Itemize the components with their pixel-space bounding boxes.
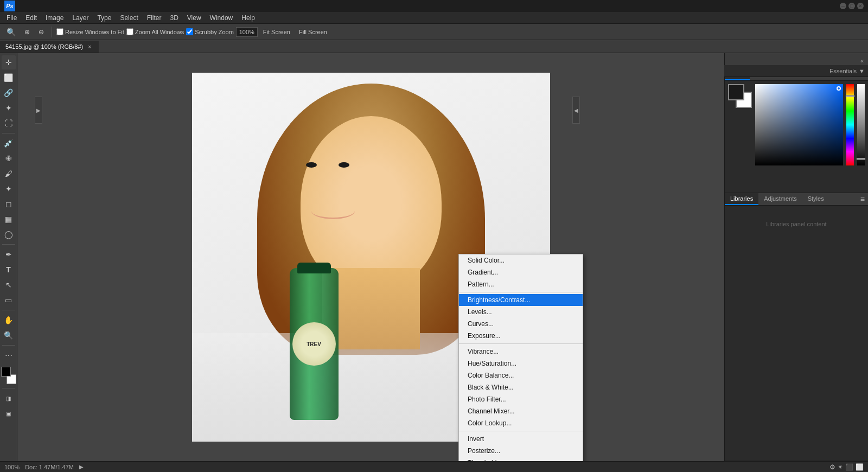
zoom-all-windows-input[interactable] (126, 28, 133, 35)
minimize-button[interactable]: ─ (840, 3, 846, 9)
zoom-tool[interactable]: 🔍 (2, 328, 16, 342)
fill-screen-button[interactable]: Fill Screen (296, 27, 330, 37)
menu-window[interactable]: Window (206, 13, 238, 23)
pen-tool[interactable]: ✒ (2, 247, 16, 261)
essentials-dropdown-icon[interactable]: ▼ (859, 68, 865, 74)
lt-sep-3 (2, 310, 15, 310)
menu-file[interactable]: File (2, 13, 21, 23)
hand-tool[interactable]: ✋ (2, 313, 16, 327)
collapse-left-panel[interactable]: ▶ (35, 97, 42, 124)
menu-black-white[interactable]: Black & White... (459, 381, 583, 393)
shape-tool[interactable]: ▭ (2, 293, 16, 307)
more-tools[interactable]: ⋯ (2, 348, 16, 362)
status-icon-1[interactable]: ⚙ (829, 463, 835, 471)
screen-mode-button[interactable]: ▣ (2, 406, 16, 420)
zoom-out-icon[interactable]: ⊖ (35, 27, 47, 37)
move-tool[interactable]: ✛ (2, 55, 16, 69)
title-bar-controls: ─ □ ✕ (840, 3, 864, 9)
menu-exposure[interactable]: Exposure... (459, 330, 583, 342)
title-bar: Ps ─ □ ✕ (0, 0, 868, 12)
color-gradient-main (755, 84, 843, 165)
text-tool[interactable]: T (2, 263, 16, 277)
fg-color-swatch[interactable] (728, 84, 744, 100)
maximize-button[interactable]: □ (848, 3, 855, 9)
libraries-panel: Libraries Adjustments Styles ≡ Libraries… (725, 193, 868, 461)
quick-mask-button[interactable]: ◨ (2, 391, 16, 405)
menu-image[interactable]: Image (41, 13, 68, 23)
color-gradient-picker[interactable] (755, 84, 843, 165)
menu-type[interactable]: Type (93, 13, 116, 23)
menu-bar: File Edit Image Layer Type Select Filter… (0, 12, 868, 24)
gradient-tool[interactable]: ▦ (2, 212, 16, 226)
zoom-in-button[interactable]: 🔍 (3, 26, 19, 38)
menu-filter[interactable]: Filter (143, 13, 166, 23)
menu-invert[interactable]: Invert (459, 433, 583, 445)
fit-screen-button[interactable]: Fit Screen (260, 27, 293, 37)
menu-help[interactable]: Help (237, 13, 259, 23)
libraries-tab-group: Libraries Adjustments Styles (725, 193, 829, 205)
doc-info: Doc: 1.47M/1.47M (25, 464, 74, 470)
collapse-right-panel[interactable]: ◀ (572, 97, 580, 124)
menu-levels[interactable]: Levels... (459, 306, 583, 318)
hue-slider[interactable] (846, 84, 854, 165)
zoom-level: 100% (4, 464, 20, 470)
menu-select[interactable]: Select (116, 13, 142, 23)
menu-color-balance[interactable]: Color Balance... (459, 369, 583, 381)
color-panel: Color Swatches ≡ (725, 68, 868, 193)
brush-tool[interactable]: 🖌 (2, 167, 16, 181)
menu-vibrance[interactable]: Vibrance... (459, 346, 583, 358)
zoom-all-windows-checkbox[interactable]: Zoom All Windows (126, 28, 184, 35)
healing-tool[interactable]: ✙ (2, 151, 16, 165)
resize-windows-checkbox[interactable]: Resize Windows to Fit (56, 28, 124, 35)
status-icon-2[interactable]: ✴ (838, 463, 843, 471)
menu-view[interactable]: View (183, 13, 206, 23)
doc-tab-active[interactable]: 54155.jpg @ 100% (RGB/8#) × (0, 41, 99, 53)
resize-windows-input[interactable] (56, 28, 63, 35)
path-select-tool[interactable]: ↖ (2, 278, 16, 292)
menu-photo-filter[interactable]: Photo Filter... (459, 393, 583, 405)
doc-tab-close-button[interactable]: × (86, 43, 93, 50)
menu-curves[interactable]: Curves... (459, 318, 583, 330)
crop-tool[interactable]: ⛶ (2, 116, 16, 130)
menu-hue-saturation[interactable]: Hue/Saturation... (459, 358, 583, 369)
dodge-tool[interactable]: ◯ (2, 227, 16, 241)
libraries-panel-tabs: Libraries Adjustments Styles ≡ (725, 193, 868, 206)
scrubby-zoom-checkbox[interactable]: Scrubby Zoom (186, 28, 234, 35)
tab-adjustments[interactable]: Adjustments (758, 193, 802, 205)
eyedropper-tool[interactable]: 💉 (2, 136, 16, 150)
lasso-tool[interactable]: 🔗 (2, 86, 16, 100)
status-icon-3[interactable]: ⬛ (845, 463, 853, 471)
alpha-slider[interactable] (857, 84, 865, 165)
tab-styles[interactable]: Styles (802, 193, 829, 205)
zoom-in-icon[interactable]: ⊕ (21, 27, 33, 37)
menu-color-lookup[interactable]: Color Lookup... (459, 417, 583, 429)
menu-posterize[interactable]: Posterize... (459, 445, 583, 457)
marquee-tool[interactable]: ⬜ (2, 71, 16, 85)
title-bar-left: Ps (4, 1, 15, 11)
menu-threshold[interactable]: Threshold... (459, 457, 583, 461)
foreground-color-swatch[interactable] (1, 367, 11, 377)
menu-channel-mixer[interactable]: Channel Mixer... (459, 405, 583, 417)
libraries-panel-options[interactable]: ≡ (857, 195, 868, 203)
menu-pattern[interactable]: Pattern... (459, 278, 583, 290)
zoom-percent-input[interactable] (236, 27, 258, 37)
forward-arrow[interactable]: ▶ (79, 464, 84, 470)
close-button[interactable]: ✕ (857, 3, 864, 9)
scrubby-zoom-input[interactable] (186, 28, 193, 35)
menu-brightness-contrast[interactable]: Brightness/Contrast... (459, 294, 583, 306)
menu-edit[interactable]: Edit (21, 13, 41, 23)
eraser-tool[interactable]: ◻ (2, 197, 16, 211)
menu-layer[interactable]: Layer (68, 13, 93, 23)
menu-3d[interactable]: 3D (165, 13, 182, 23)
scrubby-zoom-label: Scrubby Zoom (195, 29, 234, 35)
menu-gradient[interactable]: Gradient... (459, 266, 583, 278)
resize-windows-label: Resize Windows to Fit (65, 29, 124, 35)
menu-solid-color[interactable]: Solid Color... (459, 254, 583, 266)
status-bar-right: ⚙ ✴ ⬛ ⬜ (829, 463, 864, 471)
magic-wand-tool[interactable]: ✦ (2, 101, 16, 115)
panel-collapse-btn[interactable]: « (858, 56, 866, 65)
lt-sep-2 (2, 244, 15, 245)
status-icon-4[interactable]: ⬜ (856, 463, 864, 471)
clone-tool[interactable]: ✦ (2, 182, 16, 196)
tab-libraries[interactable]: Libraries (725, 193, 758, 205)
